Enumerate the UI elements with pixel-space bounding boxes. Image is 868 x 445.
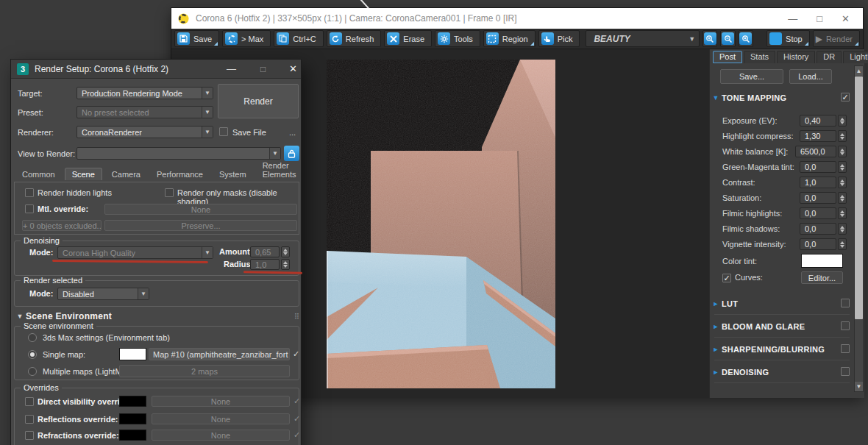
tab-scene[interactable]: Scene — [65, 168, 102, 180]
refresh-button[interactable]: Refresh — [327, 30, 382, 47]
highlight-compress-field[interactable]: 1,30 — [800, 130, 836, 142]
sharpening-checkbox[interactable] — [841, 344, 850, 353]
refractions-swatch[interactable] — [119, 430, 146, 441]
tab-performance[interactable]: Performance — [150, 168, 210, 180]
close-icon[interactable]: ✕ — [289, 63, 297, 74]
tone-mapping-checkbox[interactable]: ✓ — [841, 93, 850, 102]
more-options-button[interactable]: ... — [289, 128, 296, 137]
color-tint-swatch[interactable] — [801, 254, 843, 268]
tab-post[interactable]: Post — [713, 51, 742, 63]
save-preset-button[interactable]: Save... — [720, 69, 783, 84]
copy-button[interactable]: Ctrl+C — [274, 30, 323, 47]
render-button-vfb[interactable]: ▶ Render — [813, 30, 860, 47]
curves-editor-button[interactable]: Editor... — [801, 271, 843, 284]
direct-visibility-checkbox[interactable] — [25, 397, 34, 406]
minimize-icon[interactable]: — — [227, 63, 236, 74]
pick-button[interactable]: Pick — [538, 30, 580, 47]
check-icon[interactable]: ✓ — [294, 396, 300, 406]
filmic-shadows-spinner[interactable] — [838, 223, 847, 235]
check-icon[interactable]: ✓ — [294, 414, 300, 424]
panel-scrollbar[interactable]: ▲ ▼ — [854, 65, 864, 392]
save-button[interactable]: Save — [174, 30, 219, 47]
green-magenta-spinner[interactable] — [838, 161, 847, 173]
tools-button[interactable]: Tools — [435, 30, 480, 47]
scrollbar-thumb[interactable] — [855, 76, 863, 319]
stop-button[interactable]: Stop — [766, 30, 810, 47]
amount-spinner[interactable] — [281, 246, 290, 257]
multiple-maps-radio[interactable] — [28, 367, 37, 376]
single-map-check-icon[interactable]: ✓ — [293, 349, 299, 359]
objects-excluded-button[interactable]: + 0 objects excluded... — [22, 220, 102, 231]
zoom-in-button[interactable] — [702, 30, 717, 47]
tab-render-elements[interactable]: Render Elements — [256, 160, 303, 180]
tab-common[interactable]: Common — [15, 168, 62, 180]
denoise-mode-select[interactable]: Corona High Quality ▼ — [57, 246, 213, 259]
contrast-field[interactable]: 1,0 — [800, 177, 836, 188]
contrast-spinner[interactable] — [838, 177, 847, 188]
tab-history[interactable]: History — [777, 51, 815, 63]
tab-dr[interactable]: DR — [817, 51, 842, 63]
tab-system[interactable]: System — [213, 168, 253, 180]
to-max-button[interactable]: > Max — [222, 30, 271, 47]
white-balance-field[interactable]: 6500,0 — [795, 146, 836, 157]
vfb-titlebar[interactable]: Corona 6 (Hotfix 2) | 337×505px (1:1) | … — [171, 8, 863, 29]
single-map-button[interactable]: Map #10 (amphitheatre_zanzibar_fort — [149, 348, 290, 360]
render-only-masks-checkbox[interactable] — [165, 188, 174, 197]
check-icon[interactable]: ✓ — [294, 430, 300, 440]
view-to-render-select[interactable]: ▼ — [77, 147, 281, 160]
denoising-checkbox[interactable] — [841, 367, 850, 376]
target-select[interactable]: Production Rendering Mode ▼ — [77, 87, 213, 99]
scene-environment-rollout-header[interactable]: ▼ Scene Environment ⠿ — [14, 310, 299, 322]
vignette-spinner[interactable] — [838, 238, 847, 250]
tab-lightmix[interactable]: LightMix — [843, 51, 868, 63]
close-icon[interactable]: ✕ — [842, 13, 850, 24]
filmic-highlights-spinner[interactable] — [838, 207, 847, 219]
sharpening-section-header[interactable]: ► SHARPENING/BLURRING — [710, 343, 854, 355]
filmic-highlights-field[interactable]: 0,0 — [800, 207, 836, 219]
maximize-icon[interactable]: □ — [817, 13, 822, 24]
lut-section-header[interactable]: ► LUT — [710, 298, 854, 310]
amount-field[interactable]: 0,65 — [250, 246, 280, 257]
preserve-button[interactable]: Preserve... — [104, 220, 297, 231]
denoising-section-header[interactable]: ► DENOISING — [710, 366, 854, 378]
render-hidden-lights-checkbox[interactable] — [25, 188, 34, 197]
refractions-checkbox[interactable] — [25, 431, 34, 440]
zoom-out-button[interactable] — [720, 30, 735, 47]
exposure-field[interactable]: 0,40 — [800, 115, 836, 127]
tab-camera[interactable]: Camera — [105, 168, 147, 180]
scroll-up-icon[interactable]: ▲ — [855, 66, 863, 76]
mtl-override-none-button[interactable]: None — [104, 204, 297, 215]
render-button[interactable]: Render — [218, 84, 299, 118]
erase-button[interactable]: Erase — [384, 30, 432, 47]
minimize-icon[interactable]: — — [788, 13, 797, 24]
refractions-none-button[interactable]: None — [152, 430, 290, 441]
max-settings-radio[interactable] — [28, 333, 37, 342]
bloom-glare-section-header[interactable]: ► BLOOM AND GLARE — [710, 321, 854, 332]
load-preset-button[interactable]: Load... — [789, 69, 832, 84]
drag-handle-icon[interactable]: ⠿ — [294, 313, 299, 321]
lut-checkbox[interactable] — [841, 299, 850, 307]
exposure-spinner[interactable] — [838, 115, 847, 127]
reflections-checkbox[interactable] — [25, 415, 34, 424]
curves-checkbox[interactable]: ✓ — [722, 274, 731, 282]
preset-select[interactable]: No preset selected ▼ — [77, 106, 213, 118]
saturation-spinner[interactable] — [838, 192, 847, 204]
render-pass-select[interactable]: BEAUTY ▼ — [586, 30, 700, 47]
white-balance-spinner[interactable] — [838, 146, 847, 157]
radius-spinner[interactable] — [281, 259, 290, 270]
multiple-maps-button[interactable]: 2 maps — [119, 365, 290, 377]
tone-mapping-header[interactable]: ▼ TONE MAPPING — [710, 92, 854, 104]
green-magenta-field[interactable]: 0,0 — [800, 161, 836, 173]
radius-field[interactable]: 1,0 — [250, 259, 280, 270]
vignette-field[interactable]: 0,0 — [800, 238, 836, 250]
reflections-swatch[interactable] — [119, 413, 146, 424]
renderer-select[interactable]: CoronaRenderer ▼ — [77, 126, 213, 138]
direct-visibility-none-button[interactable]: None — [152, 396, 290, 407]
single-map-radio[interactable] — [28, 350, 37, 359]
environment-map-swatch[interactable] — [119, 348, 146, 360]
render-setup-titlebar[interactable]: 3 Render Setup: Corona 6 (Hotfix 2) — □ … — [11, 60, 301, 79]
highlight-compress-spinner[interactable] — [838, 130, 847, 142]
lock-view-button[interactable] — [284, 146, 299, 161]
mtl-override-checkbox[interactable] — [25, 204, 34, 213]
zoom-reset-button[interactable] — [739, 30, 753, 47]
